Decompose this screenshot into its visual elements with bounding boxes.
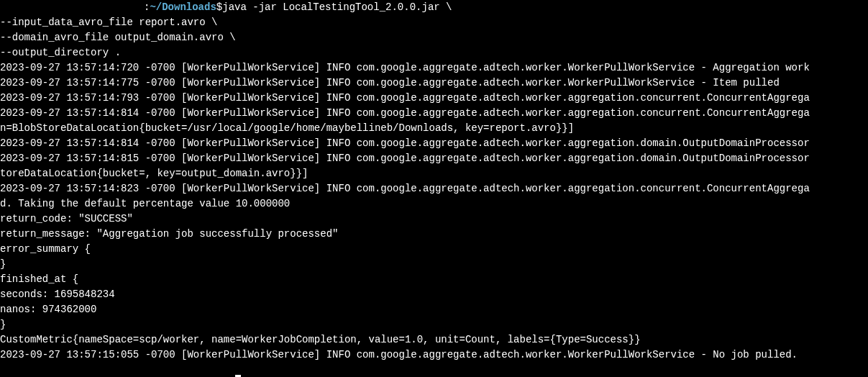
command-line-2: --input_data_avro_file report.avro \ — [0, 15, 868, 30]
log-line-17: nanos: 974362000 — [0, 302, 868, 317]
log-line-3: 2023-09-27 13:57:14:793 -0700 [WorkerPul… — [0, 91, 868, 106]
log-line-12: return_message: "Aggregation job success… — [0, 227, 868, 242]
command-line-3: --domain_avro_file output_domain.avro \ — [0, 30, 868, 45]
log-line-10: d. Taking the default percentage value 1… — [0, 196, 868, 212]
log-line-13: error_summary { — [0, 242, 868, 257]
log-line-18: } — [0, 317, 868, 332]
log-line-20: CustomMetric{nameSpace=scp/worker, name=… — [0, 332, 868, 348]
log-line-7: 2023-09-27 13:57:14:815 -0700 [WorkerPul… — [0, 151, 868, 166]
log-line-5: n=BlobStoreDataLocation{bucket=/usr/loca… — [0, 121, 868, 136]
prompt-colon: : — [144, 0, 150, 15]
log-line-6: 2023-09-27 13:57:14:814 -0700 [WorkerPul… — [0, 136, 868, 151]
log-line-14: } — [0, 257, 868, 272]
redacted-hostname — [0, 0, 144, 15]
cursor-line — [0, 363, 868, 377]
prompt-path: ~/Downloads — [150, 0, 216, 15]
log-line-4: 2023-09-27 13:57:14:814 -0700 [WorkerPul… — [0, 106, 868, 121]
log-line-16: seconds: 1695848234 — [0, 287, 868, 302]
prompt-dollar: $ — [216, 0, 222, 15]
log-line-1: 2023-09-27 13:57:14:720 -0700 [WorkerPul… — [0, 60, 868, 76]
prompt-line: :~/Downloads$ java -jar LocalTestingTool… — [0, 0, 868, 15]
command-text-1: java -jar LocalTestingTool_2.0.0.jar \ — [222, 0, 452, 15]
terminal-output[interactable]: :~/Downloads$ java -jar LocalTestingTool… — [0, 0, 868, 377]
log-line-2: 2023-09-27 13:57:14:775 -0700 [WorkerPul… — [0, 76, 868, 91]
log-line-9: 2023-09-27 13:57:14:823 -0700 [WorkerPul… — [0, 181, 868, 196]
log-line-11: return_code: "SUCCESS" — [0, 212, 868, 227]
command-line-4: --output_directory . — [0, 45, 868, 60]
log-line-15: finished_at { — [0, 272, 868, 287]
log-line-8: toreDataLocation{bucket=, key=output_dom… — [0, 166, 868, 181]
log-line-21: 2023-09-27 13:57:15:055 -0700 [WorkerPul… — [0, 348, 868, 363]
